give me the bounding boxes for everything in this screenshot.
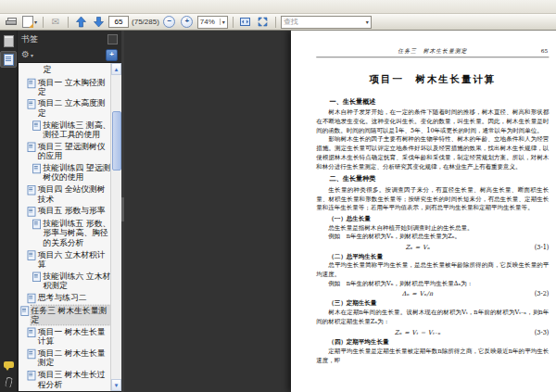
bookmark-page-icon — [32, 220, 41, 229]
bookmark-item[interactable]: 项目六 立木材积计算 — [19, 248, 110, 270]
bookmark-page-icon — [28, 185, 36, 195]
bookmarks-tree-wrap: 定项目一 立木胸径测定项目二 立木高度测定技能训练三 测高、测径工具的使用项目三… — [18, 62, 121, 392]
page-number-label: 65 — [541, 48, 548, 55]
bookmarks-panel-toolbar: ⚙▾ + — [18, 47, 121, 62]
panel-menu-button[interactable] — [107, 34, 118, 44]
text-block: （一）总生长量 — [316, 214, 549, 222]
zoom-in-icon: + — [181, 16, 193, 28]
bookmark-item[interactable]: 思考与练习二 — [19, 292, 110, 305]
text-block: 总生长量是指树木自种植开始到调查时止的生长总量。 — [316, 222, 549, 232]
email-icon: ✉ — [52, 18, 59, 27]
menu-item[interactable] — [25, 6, 36, 7]
equation-number: (3-1) — [519, 243, 549, 249]
bookmark-page-icon — [28, 207, 36, 216]
bookmark-page-icon — [32, 272, 41, 282]
bookmark-item[interactable]: 项目四 全站仪测树技术 — [19, 183, 110, 205]
block-text: 一、生长量概述 — [330, 97, 376, 106]
menu-item[interactable] — [47, 6, 58, 7]
menu-item[interactable] — [14, 6, 25, 7]
zoom-out-icon: − — [163, 16, 175, 28]
block-text: 例如 n年生的材积为Vₙ，则材积总平均生长量Δₙ为： — [328, 280, 473, 286]
email-button[interactable]: ✉ — [48, 15, 63, 30]
bookmarks-tree: 定项目一 立木胸径测定项目二 立木高度测定技能训练三 测高、测径工具的使用项目三… — [19, 63, 110, 391]
print-button[interactable] — [4, 15, 19, 30]
main-area: 书签 ⚙▾ + 定项目一 立木胸径测定项目二 立木高度测定技能训练三 测高、测径… — [0, 31, 556, 392]
next-page-button[interactable] — [91, 15, 106, 30]
bookmark-page-icon — [28, 143, 36, 152]
bookmark-label: 技能训练六 立木材积测定 — [43, 272, 110, 291]
running-header: 任务三 树木生长量测定 65 — [316, 48, 549, 56]
bookmark-item[interactable]: 技能训练五 形数、形率与树高、胸径的关系分析 — [19, 218, 110, 249]
paperclip-icon — [4, 376, 12, 387]
bookmark-item[interactable]: 项目三 树木生长过程分析 — [19, 369, 110, 390]
bookmark-label: 项目四 全站仪测树技术 — [38, 184, 110, 204]
menu-item[interactable] — [70, 6, 81, 7]
zoom-out-button[interactable]: − — [162, 15, 177, 30]
bookmark-page-icon — [28, 327, 36, 336]
scroll-up-button[interactable]: ▲ — [111, 63, 121, 75]
caret-down-icon[interactable]: ▾ — [366, 19, 369, 25]
find-box: ▾ — [281, 16, 372, 29]
text-block: Δₙ = Vₙ/n(3-2) — [316, 290, 549, 297]
bookmark-item[interactable]: 技能训练四 望远测树仪的使用 — [19, 162, 110, 183]
bookmarks-panel-button[interactable] — [0, 51, 17, 68]
bookmark-item[interactable]: 项目五 形数与形率 — [19, 205, 110, 218]
text-block: 例如 n年生的材积为Vₙ，则材积总生长量为Zₙ。 — [316, 232, 549, 241]
page-number-input[interactable] — [108, 16, 129, 28]
document-canvas[interactable]: 任务三 树木生长量测定 65 项目一 树木生长量计算一、生长量概述树木自种子发芽… — [124, 31, 556, 392]
bookmark-label: 项目二 立木高度测定 — [38, 99, 110, 119]
bookmarks-panel: 书签 ⚙▾ + 定项目一 立木胸径测定项目二 立木高度测定技能训练三 测高、测径… — [18, 31, 121, 392]
bookmark-item[interactable]: 技能训练七 各种生长量的计算及生长量关系验证 — [19, 390, 110, 391]
text-block: 树木在定期n年间的生长量。设树木现在的材积为Vₜ，n年前的材积为Vₜ₋ₙ，则n年… — [316, 309, 549, 327]
save-icon — [22, 16, 33, 28]
save-button[interactable]: ▾ — [21, 15, 38, 30]
bookmark-item[interactable]: 项目一 立木胸径测定 — [19, 76, 110, 97]
comments-panel-button[interactable] — [1, 357, 16, 372]
new-bookmark-button[interactable]: + — [106, 49, 118, 61]
bookmark-label: 项目二 树木生长量测定 — [38, 348, 110, 368]
bookmark-label: 技能训练三 测高、测径工具的使用 — [43, 120, 110, 140]
bookmark-item[interactable]: 项目三 望远测树仪的应用 — [19, 141, 110, 162]
previous-page-button[interactable] — [73, 15, 88, 30]
bookmark-label: 项目三 望远测树仪的应用 — [38, 142, 110, 161]
bookmark-page-icon — [32, 164, 41, 173]
bookmark-label: 技能训练四 望远测树仪的使用 — [43, 163, 110, 183]
attachments-panel-button[interactable] — [1, 374, 16, 389]
fit-page-button[interactable] — [256, 15, 271, 30]
block-text: （二）总平均生长量 — [328, 252, 383, 259]
zoom-in-button[interactable]: + — [180, 15, 195, 30]
comments-icon — [4, 361, 14, 368]
scrollbar-thumb[interactable] — [112, 111, 121, 171]
fit-width-icon — [240, 17, 250, 27]
running-header-title: 任务三 树木生长量测定 — [398, 48, 467, 55]
find-input[interactable] — [284, 18, 365, 26]
toolbar-separator — [68, 17, 69, 28]
bookmark-item[interactable]: 技能训练六 立木材积测定 — [19, 271, 110, 292]
bookmark-item[interactable]: 项目一 树木生长量计算 — [19, 325, 110, 347]
block-text: 影响树木生长的因子主要有树种的生物学特性、树木的年龄、立地条件和人为经营措施。测… — [316, 135, 549, 170]
menu-item[interactable] — [3, 6, 14, 7]
bookmark-item[interactable]: 定 — [19, 64, 110, 77]
block-text: 项目一 树木生长量计算 — [370, 73, 496, 84]
pages-panel-button[interactable] — [1, 33, 16, 48]
bookmark-item[interactable]: 项目二 树木生长量测定 — [19, 348, 110, 369]
text-block: 生长量的种类很多。按调查因子来分，有直径生长量、树高生长量、断面积生长量、材积生… — [316, 185, 549, 212]
menu-item[interactable] — [36, 6, 47, 7]
equation-number: (3-3) — [519, 329, 549, 335]
arrow-down-icon — [94, 17, 104, 28]
menu-item[interactable] — [58, 6, 70, 7]
text-block: 例如 n年生的材积为Vₙ，则材积总平均生长量Δₙ为： — [316, 279, 549, 288]
scroll-down-button[interactable]: ▼ — [111, 379, 121, 391]
bookmark-options-button[interactable]: ⚙▾ — [21, 50, 33, 59]
toolbar-separator — [275, 17, 276, 28]
bookmark-item[interactable]: 项目二 立木高度测定 — [19, 98, 110, 120]
bookmark-item[interactable]: 技能训练三 测高、测径工具的使用 — [19, 120, 110, 141]
page-count-label: (75/285) — [132, 18, 159, 26]
bookmark-item[interactable]: 任务三 树木生长量测定 — [19, 304, 110, 325]
caret-down-icon: ▾ — [34, 19, 37, 25]
text-block: 总平均生长量简称平均生长量，是总生长量被年龄除所得的商，它反映生长量的平均速度。 — [316, 261, 549, 280]
zoom-level-select[interactable]: 74%▾ — [197, 16, 228, 29]
text-block: 二、生长量种类 — [316, 175, 549, 183]
fit-width-button[interactable] — [238, 15, 253, 30]
toolbar-separator — [233, 17, 234, 28]
